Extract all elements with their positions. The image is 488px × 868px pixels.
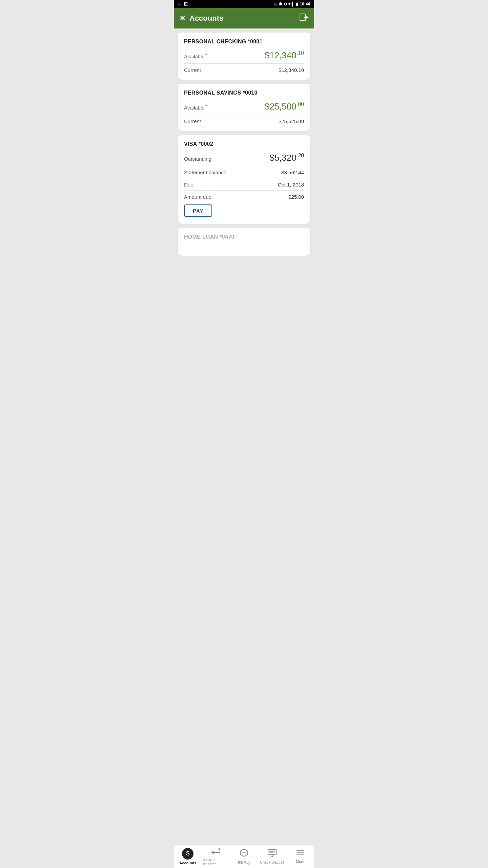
savings-current-label: Current — [184, 118, 201, 124]
add-circle-icon: ⊕ — [274, 2, 278, 6]
image-icon: 🖼 — [184, 2, 188, 6]
signal-dots: ···· — [178, 2, 182, 6]
visa-outstanding-value: $5,320.20 — [269, 153, 304, 163]
accounts-list: PERSONAL CHECKING *0001 Available** $12,… — [174, 28, 314, 287]
checking-current-value: $12,840.10 — [279, 67, 304, 73]
visa-account-name: VISA *0002 — [184, 141, 304, 147]
savings-current-row: Current $25,525.00 — [184, 118, 304, 124]
mail-icon[interactable]: ✉ — [179, 14, 185, 23]
bluetooth-icon: ✱ — [279, 2, 282, 6]
savings-available-row: Available** $25,500.00 — [184, 101, 304, 115]
visa-statement-row: Statement balance $3,562.44 — [184, 170, 304, 178]
signal-bars-icon: ▌ — [292, 2, 295, 6]
status-left-icons: ···· 🖼 ··· — [178, 2, 192, 6]
visa-amount-due-value: $25.00 — [288, 194, 304, 200]
visa-amount-due-row: Amount due $25.00 — [184, 194, 304, 200]
visa-statement-value: $3,562.44 — [281, 170, 304, 175]
time-display: 10:44 — [300, 2, 310, 6]
checking-current-row: Current $12,840.10 — [184, 67, 304, 73]
signal-dots-2: ··· — [189, 2, 192, 6]
visa-due-value: Oct 1, 2018 — [278, 182, 304, 188]
minus-circle-icon: ⊖ — [284, 2, 287, 6]
checking-current-label: Current — [184, 67, 201, 73]
checking-account-name: PERSONAL CHECKING *0001 — [184, 39, 304, 45]
visa-outstanding-row: Outstanding $5,320.20 — [184, 153, 304, 166]
status-right-icons: ⊕ ✱ ⊖ ▾ ▌ ▮ 10:44 — [274, 2, 310, 6]
savings-account-name: PERSONAL SAVINGS *0010 — [184, 90, 304, 96]
checking-available-value: $12,340.10 — [265, 50, 304, 61]
savings-available-value: $25,500.00 — [265, 101, 304, 112]
visa-outstanding-label: Outstanding — [184, 156, 211, 162]
visa-statement-label: Statement balance — [184, 170, 226, 175]
logout-icon[interactable] — [299, 13, 309, 24]
status-bar: ···· 🖼 ··· ⊕ ✱ ⊖ ▾ ▌ ▮ 10:44 — [174, 0, 314, 8]
visa-pay-button[interactable]: PAY — [184, 204, 212, 217]
visa-due-row: Due Oct 1, 2018 — [184, 182, 304, 191]
checking-account-card[interactable]: PERSONAL CHECKING *0001 Available** $12,… — [178, 33, 310, 80]
app-header: ✉ Accounts — [174, 8, 314, 28]
header-left: ✉ Accounts — [179, 14, 223, 23]
wifi-icon: ▾ — [288, 2, 290, 6]
checking-available-row: Available** $12,340.10 — [184, 50, 304, 64]
visa-account-card[interactable]: VISA *0002 Outstanding $5,320.20 Stateme… — [178, 135, 310, 224]
homeloan-account-card[interactable]: HOME LOAN *0470 — [178, 228, 310, 256]
homeloan-account-name: HOME LOAN *0470 — [184, 234, 304, 240]
visa-due-label: Due — [184, 182, 194, 188]
visa-amount-due-label: Amount due — [184, 194, 211, 200]
checking-available-label: Available** — [184, 53, 207, 59]
savings-available-label: Available** — [184, 104, 207, 111]
header-title: Accounts — [189, 14, 223, 23]
savings-current-value: $25,525.00 — [279, 118, 304, 124]
savings-account-card[interactable]: PERSONAL SAVINGS *0010 Available** $25,5… — [178, 84, 310, 131]
battery-icon: ▮ — [296, 2, 298, 6]
